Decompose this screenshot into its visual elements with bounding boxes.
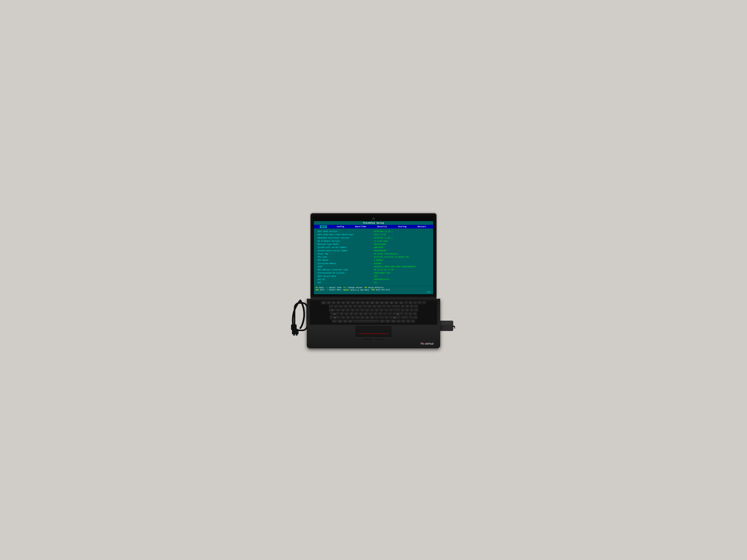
- key-y[interactable]: Y: [360, 309, 364, 312]
- key-num7[interactable]: 7: [401, 305, 405, 308]
- key-f6[interactable]: F6: [351, 301, 355, 304]
- key-esc[interactable]: Esc: [321, 301, 326, 304]
- key-f3[interactable]: F3: [336, 301, 341, 304]
- key-win[interactable]: ⊞: [343, 320, 347, 323]
- key-rbracket[interactable]: ]: [389, 309, 393, 312]
- bios-nav-config[interactable]: Config: [336, 225, 345, 228]
- key-num3[interactable]: 3: [413, 313, 417, 316]
- bios-nav-startup[interactable]: Startup: [397, 225, 408, 228]
- key-f7[interactable]: F7: [356, 301, 360, 304]
- key-m[interactable]: M: [370, 316, 374, 319]
- key-arrow-left[interactable]: ◄: [396, 320, 401, 323]
- key-semicolon[interactable]: ;: [383, 313, 387, 316]
- key-p[interactable]: P: [379, 309, 384, 312]
- key-num6[interactable]: 6: [410, 309, 414, 312]
- key-num-plus[interactable]: +: [414, 305, 418, 308]
- key-0[interactable]: 0: [377, 305, 382, 308]
- key-equals[interactable]: =: [387, 305, 391, 308]
- key-e[interactable]: E: [345, 309, 350, 312]
- key-num-slash[interactable]: /: [413, 301, 417, 304]
- key-q[interactable]: Q: [336, 309, 340, 312]
- key-num5[interactable]: 5: [405, 309, 409, 312]
- key-b[interactable]: B: [360, 316, 365, 319]
- key-shift-left[interactable]: Shift: [329, 316, 340, 319]
- key-minus[interactable]: -: [382, 305, 386, 308]
- key-enter[interactable]: Enter: [392, 313, 404, 316]
- bios-nav-security[interactable]: Security: [376, 225, 388, 228]
- key-d[interactable]: D: [349, 313, 354, 316]
- bios-nav-restart[interactable]: Restart: [416, 225, 427, 228]
- key-7[interactable]: 7: [363, 305, 367, 308]
- key-comma[interactable]: ,: [375, 316, 379, 319]
- key-ctrl-right[interactable]: Ctrl: [391, 320, 396, 323]
- key-9[interactable]: 9: [372, 305, 377, 308]
- key-f5[interactable]: F5: [346, 301, 350, 304]
- key-v[interactable]: V: [355, 316, 360, 319]
- key-s[interactable]: S: [344, 313, 349, 316]
- key-3[interactable]: 3: [343, 305, 348, 308]
- key-num-enter[interactable]: ↵: [413, 316, 418, 319]
- key-f1[interactable]: F1: [327, 301, 331, 304]
- touchpad-btn-right[interactable]: [374, 338, 385, 341]
- key-f9[interactable]: F9: [365, 301, 369, 304]
- bios-nav-datetime[interactable]: Date/Time: [354, 225, 367, 228]
- key-end[interactable]: End: [389, 301, 394, 304]
- key-period[interactable]: .: [380, 316, 384, 319]
- key-alt-left[interactable]: Alt: [348, 320, 353, 323]
- key-1[interactable]: 1: [334, 305, 338, 308]
- key-x[interactable]: X: [346, 316, 350, 319]
- key-backspace-top[interactable]: ←: [404, 301, 408, 304]
- key-5[interactable]: 5: [353, 305, 357, 308]
- touchpad-btn-left[interactable]: [362, 338, 373, 341]
- key-arrow-right[interactable]: ►: [411, 320, 415, 323]
- key-o[interactable]: O: [375, 309, 379, 312]
- key-slash[interactable]: /: [384, 316, 389, 319]
- key-num-enter-top[interactable]: ↵: [414, 309, 418, 312]
- key-num-star[interactable]: *: [417, 301, 421, 304]
- key-arrow-down[interactable]: ▼: [406, 320, 410, 323]
- key-backtick[interactable]: `: [329, 305, 333, 308]
- key-tab[interactable]: Tab: [329, 309, 336, 312]
- key-z[interactable]: Z: [341, 316, 345, 319]
- key-j[interactable]: J: [368, 313, 373, 316]
- key-f10[interactable]: F10: [370, 301, 375, 304]
- key-6[interactable]: 6: [358, 305, 362, 308]
- key-2[interactable]: 2: [338, 305, 343, 308]
- key-f[interactable]: F: [354, 313, 358, 316]
- key-num-minus[interactable]: -: [422, 301, 426, 304]
- key-n[interactable]: N: [365, 316, 369, 319]
- key-l[interactable]: L: [378, 313, 382, 316]
- key-alt-right[interactable]: Alt: [380, 320, 385, 323]
- bios-nav[interactable]: Main Config Date/Time Security Startup R…: [314, 225, 433, 229]
- key-quote[interactable]: ': [388, 313, 392, 316]
- key-c[interactable]: C: [351, 316, 355, 319]
- key-num8[interactable]: 8: [405, 305, 409, 308]
- key-num2[interactable]: 2: [408, 313, 412, 316]
- key-space[interactable]: [353, 320, 379, 323]
- bios-nav-main[interactable]: Main: [320, 225, 327, 228]
- key-h[interactable]: H: [363, 313, 368, 316]
- key-num1[interactable]: 1: [404, 313, 408, 316]
- key-f12[interactable]: F12: [380, 301, 384, 304]
- key-num-dot[interactable]: .: [409, 316, 413, 319]
- key-g[interactable]: G: [359, 313, 363, 316]
- key-t[interactable]: T: [355, 309, 360, 312]
- key-prtsc[interactable]: Prt: [385, 320, 390, 323]
- key-f11[interactable]: F11: [375, 301, 379, 304]
- key-arrow-up[interactable]: ▲: [401, 320, 406, 323]
- key-fn[interactable]: Fn: [332, 320, 337, 323]
- key-backslash[interactable]: \: [394, 309, 401, 312]
- key-num9[interactable]: 9: [410, 305, 414, 308]
- key-lbracket[interactable]: [: [384, 309, 388, 312]
- key-u[interactable]: U: [365, 309, 369, 312]
- key-4[interactable]: 4: [348, 305, 353, 308]
- key-k[interactable]: K: [373, 313, 378, 316]
- key-f4[interactable]: F4: [341, 301, 345, 304]
- key-a[interactable]: A: [339, 313, 344, 316]
- key-capslock[interactable]: Caps: [330, 313, 339, 316]
- key-home[interactable]: Hm: [384, 301, 389, 304]
- key-backspace[interactable]: ←: [391, 305, 401, 308]
- key-shift-right[interactable]: Shift: [389, 316, 400, 319]
- key-numlock[interactable]: NL: [409, 301, 413, 304]
- key-insert[interactable]: Ins: [394, 301, 398, 304]
